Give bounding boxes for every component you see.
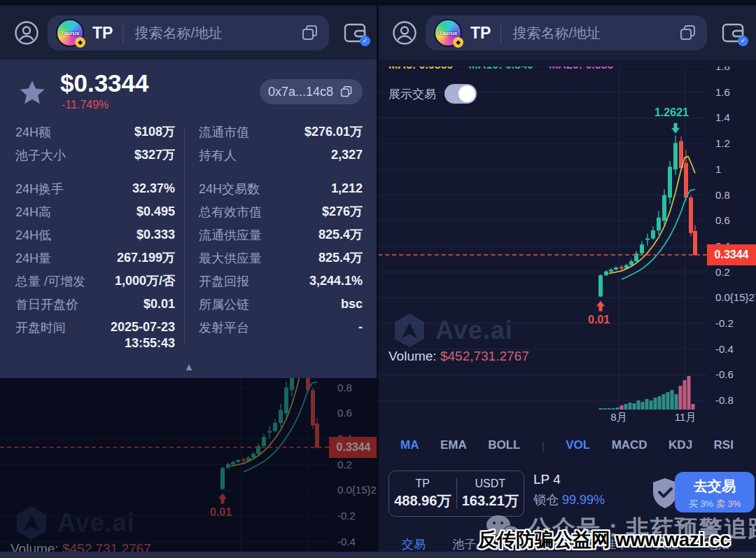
stat-label: 总量 /可增发 (15, 273, 85, 290)
y-axis-label: 1.4 (715, 111, 730, 123)
right-screenshot-panel: MA5: 0.9859MA10: 0.840MA20: 0.585展示交易 1.… (378, 0, 756, 558)
stat-label: 24H低 (15, 227, 51, 244)
stat-label: 24H交易数 (199, 181, 260, 197)
lock-value: 99.99% (562, 493, 605, 507)
y-axis-label: -0.4 (715, 343, 734, 355)
search-input[interactable] (133, 25, 295, 42)
stat-row: 发射平台 - (199, 319, 363, 342)
stat-value: 1,000万/否 (115, 273, 175, 289)
indicator-tab-rsi[interactable]: RSI (714, 438, 734, 452)
indicator-tab-ma[interactable]: MA (400, 438, 419, 452)
indicator-tab-boll[interactable]: BOLL (488, 438, 520, 452)
profile-icon[interactable] (14, 20, 39, 46)
dimmed-chart-background: MA5: 0.9859MA10: 0.840MA20: 0.585展示交易 1.… (0, 378, 378, 558)
token-symbol: TP (470, 24, 491, 43)
stat-label: 24H换手 (15, 181, 64, 197)
stat-value: $108万 (134, 124, 175, 140)
token-price: $0.3344 (60, 69, 149, 97)
buy-fee: 买 3% (689, 498, 713, 509)
stat-value: 2025-07-23 13:55:43 (111, 319, 175, 351)
y-axis-label: 0.2 (715, 266, 730, 278)
stat-value: 825.4万 (318, 250, 363, 266)
y-axis-label: -0.8 (715, 394, 734, 406)
stat-label: 24H高 (15, 204, 51, 221)
stat-value: 825.4万 (318, 227, 363, 243)
stat-row: 24H量 267.199万 (15, 250, 175, 273)
low-price-marker: 0.01 (588, 314, 610, 326)
volume-readout: Volume: $452,731.2767 (388, 349, 529, 364)
contract-address-pill[interactable]: 0x7a...14c8 (260, 79, 363, 104)
left-screenshot-panel: MA5: 0.9859MA10: 0.840MA20: 0.585展示交易 1.… (0, 0, 378, 558)
bottom-tab[interactable]: 池子 (452, 536, 476, 552)
chain-cube-badge: ◆ (75, 37, 85, 48)
show-trades-label: 展示交易 (388, 86, 436, 102)
stat-label: 池子大小 (15, 147, 66, 164)
lp-info: LP 4 锁仓 99.99% (533, 472, 605, 508)
indicator-tab-vol[interactable]: VOL (566, 438, 590, 452)
lp-count: LP 4 (533, 472, 605, 487)
stat-row: 开盘时间 2025-07-23 13:55:43 (15, 319, 175, 342)
y-axis-label: 1.8 (715, 67, 730, 72)
stat-label: 首日开盘价 (15, 296, 78, 313)
go-trade-button[interactable]: 去交易 买 3% 卖 3% (675, 472, 755, 512)
stat-row: 24H高 $0.495 (15, 204, 175, 227)
search-input[interactable] (511, 25, 673, 42)
stat-row: 所属公链 bsc (199, 296, 363, 319)
collapse-arrow-icon[interactable]: ▲ (0, 361, 378, 372)
profile-icon[interactable] (392, 20, 417, 46)
y-axis-label: 0.8 (715, 189, 730, 201)
y-axis-label: 0.0{15}27 (715, 291, 756, 303)
y-axis-label: -0.2 (715, 317, 734, 329)
bottom-tab[interactable]: 交易 (402, 536, 426, 552)
x-axis-label: 8月 (610, 411, 626, 424)
y-axis-label: 1 (715, 163, 721, 175)
ma-label: MA10: 0.840 (469, 67, 534, 71)
indicator-tab-macd[interactable]: MACD (612, 438, 648, 452)
show-trades-toggle[interactable] (444, 84, 477, 104)
copy-icon[interactable] (678, 22, 699, 43)
stat-value: $276万 (322, 204, 363, 220)
price-change: -11.749% (62, 99, 108, 111)
indicator-tab-bar: MAEMABOLL|VOLMACDKDJRSI (378, 431, 756, 460)
y-axis-label: -0.6 (715, 368, 734, 380)
favorite-star-icon[interactable] (17, 78, 48, 109)
stat-value: 32.37% (132, 181, 175, 197)
copy-address-icon[interactable] (339, 84, 354, 99)
wallet-icon[interactable]: ✓ (720, 20, 746, 46)
y-axis-label: 1.6 (715, 86, 730, 98)
copy-icon[interactable] (300, 22, 321, 43)
app-header: Taurus ◆ TP ✓ (378, 6, 756, 60)
current-price-tag: 0.3344 (707, 244, 756, 265)
search-bar[interactable]: Taurus ◆ TP (48, 15, 329, 50)
indicator-tab-kdj[interactable]: KDJ (668, 438, 692, 452)
stats-column-divider (184, 128, 185, 345)
search-bar[interactable]: Taurus ◆ TP (426, 15, 707, 50)
stat-label: 流通供应量 (199, 227, 262, 244)
panel-divider (377, 0, 379, 558)
indicator-tab-ema[interactable]: EMA (440, 438, 467, 452)
candlestick-svg (378, 67, 756, 427)
wallet-icon[interactable]: ✓ (342, 20, 368, 46)
stats-column-left: 24H额 $108万池子大小 $327万24H换手 32.37%24H高 $0.… (15, 124, 175, 342)
chain-cube-badge: ◆ (453, 37, 463, 48)
app-header: Taurus ◆ TP ✓ (0, 6, 378, 60)
token-symbol: TP (92, 24, 113, 43)
stat-label: 发射平台 (199, 319, 249, 336)
pool-cell-usdt: USDT 163.21万 (457, 477, 524, 510)
pool-reserves-box: TP 488.96万 USDT 163.21万 (388, 470, 524, 517)
stat-row: 总有效市值 $276万 (199, 204, 363, 227)
wazi-watermark-text: 反传防骗公益网 www.wazi.cc (478, 527, 731, 552)
ave-watermark-text: Ave.ai (435, 316, 513, 345)
stat-row: 24H交易数 1,212 (199, 181, 363, 204)
stat-value: - (358, 319, 363, 335)
stat-label: 开盘时间 (15, 319, 66, 336)
stat-value: $0.01 (144, 296, 175, 312)
token-logo: Taurus ◆ (56, 19, 84, 47)
stat-label: 持有人 (199, 147, 237, 164)
stats-column-right: 流通市值 $276.01万持有人 2,32724H交易数 1,212总有效市值 … (199, 124, 363, 342)
current-price-line (378, 254, 707, 256)
stat-value: 2,327 (331, 147, 363, 163)
stat-row: 最大供应量 825.4万 (199, 250, 363, 273)
contract-address: 0x7a...14c8 (268, 85, 333, 99)
stat-label: 最大供应量 (199, 250, 262, 267)
